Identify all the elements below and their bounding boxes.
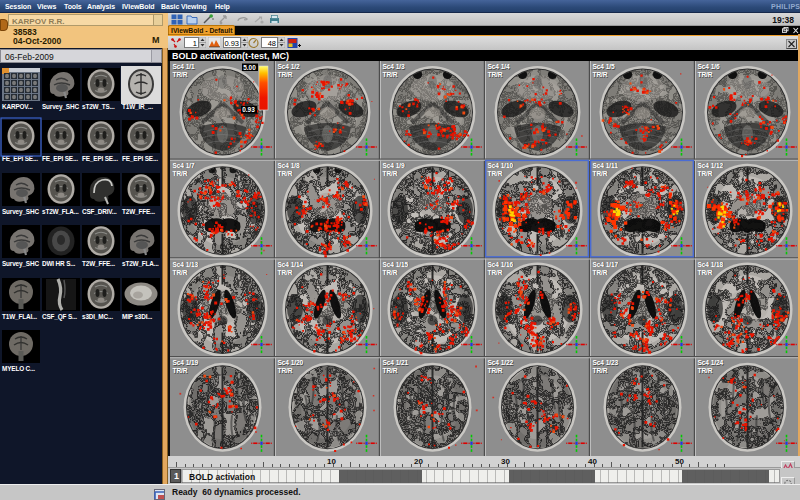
svg-text:TR/R: TR/R [593, 367, 608, 374]
svg-text:s3DI_MC...: s3DI_MC... [82, 313, 113, 320]
svg-text:TR/R: TR/R [488, 170, 503, 177]
svg-text:TR/R: TR/R [488, 71, 503, 78]
svg-text:TR/R: TR/R [383, 170, 398, 177]
svg-text:MIP s3DI...: MIP s3DI... [122, 313, 153, 320]
svg-text:sT2W_FLA...: sT2W_FLA... [42, 208, 79, 215]
svg-text:Sc4 1/8: Sc4 1/8 [278, 162, 300, 169]
svg-text:Sc4 1/9: Sc4 1/9 [383, 162, 405, 169]
svg-text:KARPOV...: KARPOV... [2, 103, 33, 110]
svg-text:TR/R: TR/R [278, 170, 293, 177]
svg-text:TR/R: TR/R [278, 71, 293, 78]
svg-text:TR/R: TR/R [278, 269, 293, 276]
svg-text:T1W_FLAI...: T1W_FLAI... [2, 313, 37, 320]
svg-text:Sc4 1/22: Sc4 1/22 [488, 359, 514, 366]
svg-text:Sc4 1/7: Sc4 1/7 [173, 162, 195, 169]
svg-text:TR/R: TR/R [698, 367, 713, 374]
svg-text:Sc4 1/2: Sc4 1/2 [278, 63, 300, 70]
svg-text:Sc4 1/6: Sc4 1/6 [698, 63, 720, 70]
svg-text:CSF_DRIV...: CSF_DRIV... [82, 208, 117, 215]
svg-text:TR/R: TR/R [698, 170, 713, 177]
svg-text:T2W_FFE...: T2W_FFE... [122, 208, 155, 215]
svg-text:Sc4 1/17: Sc4 1/17 [593, 261, 619, 268]
svg-text:TR/R: TR/R [383, 269, 398, 276]
svg-text:TR/R: TR/R [173, 170, 188, 177]
svg-text:TR/R: TR/R [383, 367, 398, 374]
svg-text:TR/R: TR/R [698, 71, 713, 78]
svg-text:FE_EPI SE...: FE_EPI SE... [82, 155, 118, 162]
svg-text:Sc4 1/13: Sc4 1/13 [173, 261, 199, 268]
svg-text:Sc4 1/5: Sc4 1/5 [593, 63, 615, 70]
svg-text:sT2W_TS...: sT2W_TS... [82, 103, 115, 110]
svg-text:TR/R: TR/R [488, 269, 503, 276]
svg-text:TR/R: TR/R [278, 367, 293, 374]
svg-text:sT2W_FLA...: sT2W_FLA... [122, 260, 159, 267]
svg-text:FE_EPI SE...: FE_EPI SE... [122, 155, 158, 162]
svg-text:Survey_SHC: Survey_SHC [2, 260, 39, 268]
svg-text:Sc4 1/15: Sc4 1/15 [383, 261, 409, 268]
svg-text:Sc4 1/23: Sc4 1/23 [593, 359, 619, 366]
svg-text:T2W_FFE...: T2W_FFE... [82, 260, 115, 267]
svg-text:Sc4 1/4: Sc4 1/4 [488, 63, 510, 70]
svg-text:Sc4 1/1: Sc4 1/1 [173, 63, 195, 70]
svg-text:Survey_SHC: Survey_SHC [2, 208, 39, 216]
svg-text:Sc4 1/12: Sc4 1/12 [698, 162, 724, 169]
svg-text:TR/R: TR/R [488, 367, 503, 374]
svg-text:TR/R: TR/R [173, 71, 188, 78]
svg-text:TR/R: TR/R [173, 269, 188, 276]
svg-text:0.93: 0.93 [242, 106, 255, 113]
svg-text:FE_EPI SE...: FE_EPI SE... [42, 155, 78, 162]
svg-text:TR/R: TR/R [383, 71, 398, 78]
svg-text:Sc4 1/20: Sc4 1/20 [278, 359, 304, 366]
svg-text:TR/R: TR/R [593, 269, 608, 276]
svg-text:Sc4 1/24: Sc4 1/24 [698, 359, 724, 366]
svg-text:Sc4 1/21: Sc4 1/21 [383, 359, 409, 366]
svg-text:Sc4 1/18: Sc4 1/18 [698, 261, 724, 268]
svg-text:Sc4 1/19: Sc4 1/19 [173, 359, 199, 366]
svg-text:Sc4 1/16: Sc4 1/16 [488, 261, 514, 268]
svg-text:T1W_IR_...: T1W_IR_... [122, 103, 153, 110]
svg-text:Sc4 1/14: Sc4 1/14 [278, 261, 304, 268]
svg-text:Sc4 1/11: Sc4 1/11 [593, 162, 619, 169]
svg-text:MYELO C...: MYELO C... [2, 365, 35, 372]
svg-text:TR/R: TR/R [173, 367, 188, 374]
svg-text:Survey_SHC: Survey_SHC [42, 103, 79, 111]
svg-text:5.00: 5.00 [243, 64, 256, 71]
svg-text:Sc4 1/10: Sc4 1/10 [488, 162, 514, 169]
svg-text:TR/R: TR/R [593, 170, 608, 177]
svg-text:TR/R: TR/R [593, 71, 608, 78]
svg-text:TR/R: TR/R [698, 269, 713, 276]
svg-text:DWI HR S...: DWI HR S... [42, 260, 76, 267]
svg-text:CSF_QF S...: CSF_QF S... [42, 313, 77, 321]
svg-text:Sc4 1/3: Sc4 1/3 [383, 63, 405, 70]
